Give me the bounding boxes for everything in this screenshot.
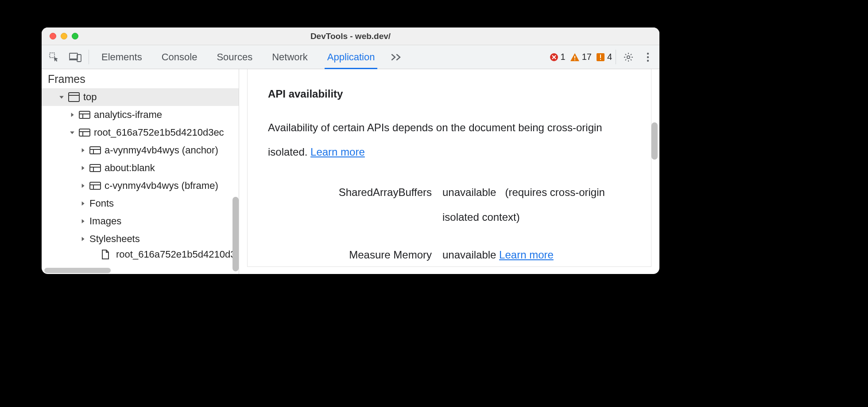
svg-point-10 bbox=[627, 55, 630, 58]
panel-tabstrip: Elements Console Sources Network Applica… bbox=[42, 45, 659, 69]
svg-point-13 bbox=[647, 59, 649, 61]
settings-gear-icon[interactable] bbox=[619, 45, 638, 69]
svg-rect-1 bbox=[70, 53, 78, 59]
frame-icon bbox=[89, 145, 101, 155]
issue-counters: 1 17 4 bbox=[550, 45, 613, 69]
tabstrip-divider bbox=[89, 50, 89, 64]
tree-item[interactable]: root_616a752e1b5d4210d3 bbox=[42, 248, 239, 261]
svg-rect-19 bbox=[79, 129, 90, 136]
api-name: Measure Memory bbox=[268, 243, 432, 267]
expand-icon[interactable] bbox=[80, 147, 86, 153]
tab-label: Console bbox=[162, 51, 198, 63]
frame-icon bbox=[79, 110, 90, 120]
frames-tree: topanalytics-iframeroot_616a752e1b5d4210… bbox=[42, 88, 239, 274]
svg-rect-9 bbox=[600, 59, 601, 60]
sidebar-vertical-scrollbar[interactable] bbox=[232, 91, 239, 273]
tab-sources[interactable]: Sources bbox=[207, 45, 262, 69]
api-availability-list: SharedArrayBuffersunavailable (requires … bbox=[268, 180, 631, 267]
svg-rect-16 bbox=[79, 111, 90, 118]
expand-icon[interactable] bbox=[80, 165, 86, 171]
api-name: SharedArrayBuffers bbox=[268, 180, 432, 204]
expand-icon[interactable] bbox=[80, 218, 86, 224]
tree-item-label: Stylesheets bbox=[89, 233, 140, 245]
window-icon bbox=[68, 92, 80, 102]
tree-item[interactable]: root_616a752e1b5d4210d3ec bbox=[42, 124, 239, 141]
svg-rect-28 bbox=[90, 182, 101, 189]
window-title: DevTools - web.dev/ bbox=[42, 31, 659, 41]
learn-more-link[interactable]: Learn more bbox=[499, 249, 554, 261]
frames-sidebar: Frames topanalytics-iframeroot_616a752e1… bbox=[42, 69, 239, 274]
learn-more-link[interactable]: Learn more bbox=[310, 146, 365, 158]
tree-item-label: about:blank bbox=[105, 162, 155, 174]
errors-count: 1 bbox=[561, 52, 566, 62]
api-row: SharedArrayBuffersunavailable (requires … bbox=[268, 180, 631, 229]
expand-icon[interactable] bbox=[69, 112, 75, 118]
tree-item[interactable]: about:blank bbox=[42, 159, 239, 177]
frame-icon bbox=[89, 163, 101, 173]
file-icon bbox=[101, 250, 112, 259]
tree-item-label: root_616a752e1b5d4210d3 bbox=[116, 249, 236, 260]
section-intro: Availability of certain APIs depends on … bbox=[268, 115, 631, 164]
svg-point-12 bbox=[647, 56, 649, 58]
tree-item-label: Images bbox=[89, 215, 121, 227]
svg-rect-6 bbox=[574, 59, 575, 60]
tab-label: Elements bbox=[101, 51, 142, 63]
devtools-window: DevTools - web.dev/ Elements Console Sou… bbox=[42, 27, 659, 274]
warnings-count: 17 bbox=[582, 52, 592, 62]
tree-item-label: c-vynmy4vb4wys (bframe) bbox=[105, 180, 218, 192]
tab-label: Application bbox=[327, 51, 375, 63]
section-title: API availability bbox=[268, 88, 631, 100]
issues-count: 4 bbox=[607, 52, 612, 62]
tree-item[interactable]: c-vynmy4vb4wys (bframe) bbox=[42, 177, 239, 195]
api-row: Measure Memoryunavailable Learn more bbox=[268, 243, 631, 267]
tree-item[interactable]: Images bbox=[42, 212, 239, 230]
expand-icon[interactable] bbox=[80, 236, 86, 242]
tab-network[interactable]: Network bbox=[262, 45, 318, 69]
tab-application[interactable]: Application bbox=[318, 45, 385, 69]
frame-icon bbox=[79, 128, 90, 137]
main-vertical-scrollbar[interactable] bbox=[651, 73, 658, 259]
more-options-icon[interactable] bbox=[638, 45, 658, 69]
api-value: unavailable (requires cross-origin isola… bbox=[442, 180, 631, 229]
tab-label: Sources bbox=[217, 51, 252, 63]
svg-rect-8 bbox=[600, 55, 601, 58]
svg-rect-14 bbox=[69, 93, 79, 102]
tree-item[interactable]: top bbox=[42, 88, 239, 106]
tree-item[interactable]: Fonts bbox=[42, 195, 239, 212]
issues-counter[interactable]: 4 bbox=[596, 52, 612, 62]
expand-icon[interactable] bbox=[80, 200, 86, 207]
api-value: unavailable Learn more bbox=[442, 243, 631, 267]
frame-details-pane: API availability Availability of certain… bbox=[239, 69, 659, 274]
warnings-counter[interactable]: 17 bbox=[570, 52, 592, 62]
tree-item-label: Fonts bbox=[89, 198, 114, 209]
tree-item-label: analytics-iframe bbox=[94, 109, 162, 121]
svg-rect-25 bbox=[90, 164, 101, 172]
tabs-overflow-icon[interactable] bbox=[384, 45, 408, 69]
tree-item-label: root_616a752e1b5d4210d3ec bbox=[94, 127, 224, 138]
collapse-icon[interactable] bbox=[58, 94, 65, 100]
expand-icon[interactable] bbox=[80, 183, 86, 189]
tree-item[interactable]: analytics-iframe bbox=[42, 106, 239, 124]
panel-body: Frames topanalytics-iframeroot_616a752e1… bbox=[42, 69, 659, 274]
sidebar-section-header: Frames bbox=[42, 69, 239, 88]
svg-point-11 bbox=[647, 52, 649, 54]
sidebar-horizontal-scrollbar[interactable] bbox=[42, 267, 239, 274]
window-titlebar[interactable]: DevTools - web.dev/ bbox=[42, 27, 659, 45]
tab-label: Network bbox=[272, 51, 308, 63]
tree-item[interactable]: a-vynmy4vb4wys (anchor) bbox=[42, 141, 239, 159]
inspect-element-icon[interactable] bbox=[43, 45, 65, 69]
tree-item-label: a-vynmy4vb4wys (anchor) bbox=[105, 145, 218, 156]
svg-rect-0 bbox=[50, 53, 54, 58]
frame-icon bbox=[89, 181, 101, 191]
svg-rect-22 bbox=[90, 147, 101, 154]
tree-item[interactable]: Stylesheets bbox=[42, 230, 239, 248]
device-toolbar-icon[interactable] bbox=[65, 45, 86, 69]
tab-elements[interactable]: Elements bbox=[92, 45, 152, 69]
errors-counter[interactable]: 1 bbox=[550, 52, 566, 62]
tabstrip-divider bbox=[616, 50, 616, 64]
tab-console[interactable]: Console bbox=[152, 45, 207, 69]
collapse-icon[interactable] bbox=[69, 129, 75, 136]
tree-item-label: top bbox=[83, 91, 97, 103]
svg-rect-5 bbox=[574, 56, 575, 59]
